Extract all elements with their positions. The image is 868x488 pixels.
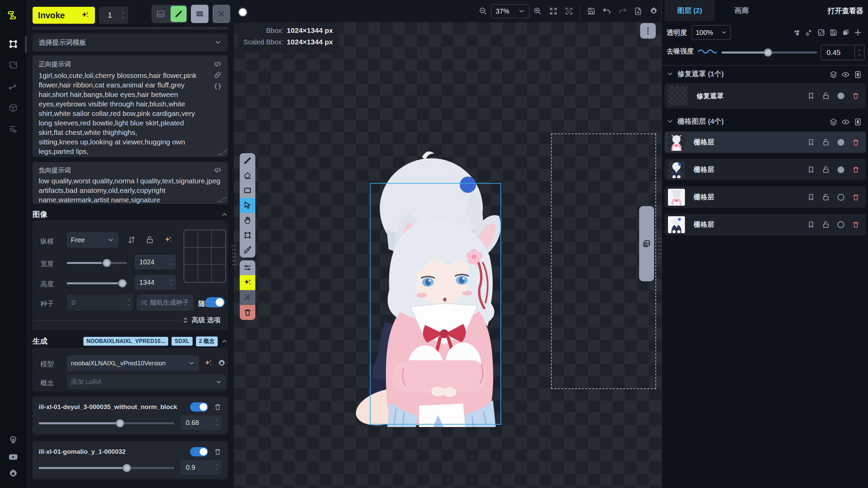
canvas-menu-button[interactable] — [640, 23, 656, 39]
lora-weight-slider[interactable] — [39, 467, 174, 469]
add-lora-select[interactable]: 添加 LoRA — [67, 374, 226, 389]
optimize-size-icon[interactable] — [164, 236, 173, 244]
bookmark-icon[interactable] — [805, 164, 817, 176]
lock-icon[interactable] — [820, 219, 832, 231]
advanced-options-toggle[interactable]: 高级 选项 — [182, 316, 221, 325]
settings-gear-icon[interactable] — [6, 466, 21, 481]
denoise-slider[interactable] — [722, 52, 817, 54]
delete-layer-icon[interactable] — [850, 191, 862, 203]
height-input[interactable]: 1344 — [135, 275, 176, 290]
raster-layer-row[interactable]: 栅格层 — [665, 186, 866, 208]
cancel-action[interactable] — [240, 290, 255, 305]
visibility-dot-outline[interactable] — [835, 219, 847, 231]
brush-tool[interactable] — [240, 153, 255, 168]
raster-layer-row[interactable]: 栅格层 — [665, 131, 866, 153]
save-canvas-icon[interactable] — [585, 4, 598, 18]
isolate-layer-icon[interactable] — [852, 68, 864, 81]
visibility-eye-icon[interactable] — [840, 68, 852, 81]
lora-enabled-toggle[interactable] — [190, 447, 208, 456]
prompt-template-picker[interactable]: 选择提示词模板 — [33, 33, 228, 52]
visibility-eye-icon[interactable] — [840, 116, 852, 128]
bookmark-icon[interactable] — [805, 90, 817, 102]
lora-weight-slider[interactable] — [39, 422, 174, 424]
select-tool-active[interactable] — [240, 198, 255, 213]
fit-layer-icon[interactable] — [815, 26, 827, 39]
rail-tab-queue[interactable] — [6, 122, 21, 137]
width-input[interactable]: 1024 — [135, 255, 176, 269]
new-session-icon[interactable] — [631, 4, 645, 18]
collapse-icon[interactable] — [221, 338, 228, 345]
invoke-button[interactable]: Invoke — [33, 7, 95, 24]
mask-color-dot[interactable] — [835, 90, 847, 102]
lock-icon[interactable] — [820, 191, 832, 203]
link-lora-icon[interactable] — [214, 71, 222, 79]
canvas-settings-icon[interactable] — [647, 4, 660, 18]
tips-icon[interactable] — [6, 432, 21, 447]
generation-bbox[interactable] — [370, 183, 501, 425]
random-seed-toggle[interactable] — [205, 297, 225, 307]
fit-bbox-icon[interactable] — [562, 4, 576, 18]
merge-layers-icon[interactable] — [791, 26, 803, 39]
bookmark-icon[interactable] — [805, 219, 817, 231]
duplicate-layer-icon[interactable] — [840, 26, 852, 39]
layers-stack-icon[interactable] — [827, 68, 840, 81]
raster-layer-row[interactable]: 栅格层 — [665, 159, 866, 180]
height-slider[interactable] — [67, 282, 127, 284]
rail-tab-workflows[interactable] — [6, 79, 21, 94]
random-seed-button[interactable]: 随机生成种子 — [137, 294, 194, 311]
menu-button[interactable] — [191, 5, 209, 23]
lora-delete-icon[interactable] — [214, 403, 222, 411]
delete-layer-icon[interactable] — [850, 219, 862, 231]
model-select[interactable]: noobaiXLNAIXL_vPred10Version — [67, 355, 199, 371]
bookmark-icon[interactable] — [805, 136, 817, 148]
raster-section-header[interactable]: 栅格图层 (4个) — [667, 117, 724, 126]
code-view-icon[interactable] — [214, 166, 222, 175]
lock-icon[interactable] — [820, 136, 832, 148]
image-mode-button[interactable] — [152, 5, 170, 23]
pan-tool[interactable] — [240, 213, 255, 228]
lock-aspect-icon[interactable] — [145, 236, 154, 244]
braces-embedding-icon[interactable] — [214, 82, 222, 90]
opacity-select[interactable]: 100% — [692, 25, 731, 40]
canvas-mode-button[interactable] — [171, 6, 186, 22]
lock-icon[interactable] — [820, 164, 832, 176]
zoom-level-select[interactable]: 37% — [491, 4, 530, 18]
tab-gallery[interactable]: 画廊 — [721, 0, 762, 21]
rail-tab-models[interactable] — [6, 100, 21, 115]
rail-tab-upscale[interactable] — [6, 58, 21, 73]
open-viewer-button[interactable]: 打开查看器 — [828, 6, 863, 16]
gallery-toggle-button[interactable] — [639, 206, 654, 281]
bookmark-icon[interactable] — [805, 191, 817, 203]
lora-enabled-toggle[interactable] — [190, 402, 208, 412]
visibility-dot-filled[interactable] — [835, 136, 847, 148]
visibility-dot-outline[interactable] — [835, 191, 847, 203]
tab-layers[interactable]: 图层 (2) — [665, 0, 715, 21]
seed-input[interactable]: 0 — [67, 294, 133, 311]
layers-stack-icon[interactable] — [827, 116, 840, 128]
eyedropper-tool[interactable] — [240, 243, 255, 258]
clear-button[interactable] — [213, 5, 230, 23]
generation-section-header[interactable]: 生成 NOOBAIXLNAIXL_VPRED10... SDXL 2 概念 — [33, 336, 228, 346]
delete-layer-icon[interactable] — [850, 136, 862, 148]
ai-filter-icon[interactable] — [803, 26, 815, 39]
positive-prompt-input[interactable]: 1girl,solo,cute,loli,cherry blossoms,hai… — [39, 71, 210, 156]
canvas-area[interactable]: 37% Bbox: 1024×1344 px Scaled Bbox: 1024… — [234, 0, 661, 488]
lock-icon[interactable] — [820, 90, 832, 102]
redo-icon[interactable] — [616, 4, 629, 18]
delete-layer-icon[interactable] — [850, 90, 862, 102]
filter-action[interactable] — [240, 260, 255, 275]
delete-action[interactable] — [240, 305, 255, 320]
delete-layer-icon[interactable] — [850, 164, 862, 176]
code-view-icon[interactable] — [214, 60, 222, 69]
zoom-out-icon[interactable] — [476, 4, 490, 18]
image-section-header[interactable]: 图像 — [33, 209, 228, 220]
swap-dimensions-icon[interactable] — [127, 236, 136, 244]
add-layer-icon[interactable] — [852, 26, 864, 39]
inpaint-section-header[interactable]: 修复遮罩 (1个) — [667, 69, 724, 79]
rail-tab-canvas[interactable] — [6, 37, 21, 52]
bbox-tool[interactable] — [240, 228, 255, 243]
eraser-tool[interactable] — [240, 168, 255, 183]
youtube-icon[interactable] — [6, 449, 21, 464]
zoom-in-icon[interactable] — [531, 4, 545, 18]
save-layer-icon[interactable] — [827, 26, 840, 39]
